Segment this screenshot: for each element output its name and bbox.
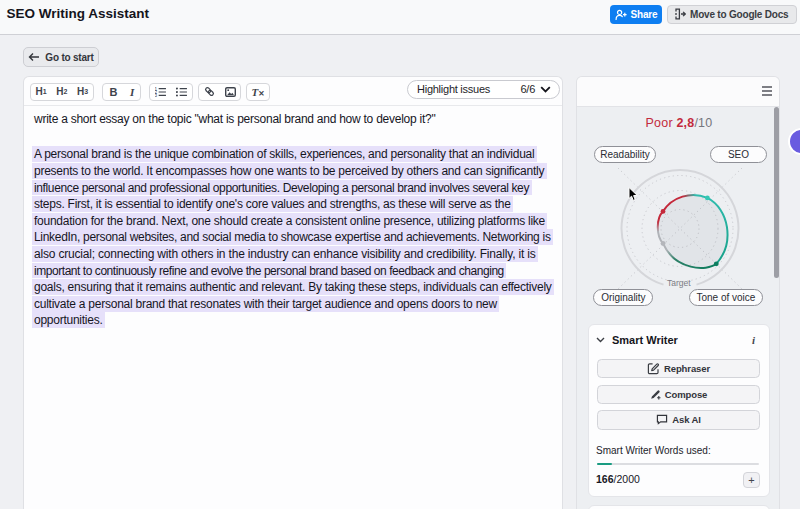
svg-text:3: 3 bbox=[155, 93, 158, 97]
svg-text:Target: Target bbox=[667, 278, 691, 288]
